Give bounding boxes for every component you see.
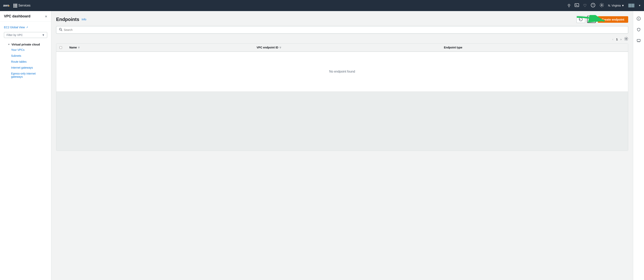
- services-label: Services: [18, 4, 30, 7]
- header-actions: Create endpoint: [576, 16, 628, 23]
- grid-icon: [14, 4, 17, 8]
- filter-placeholder: Filter by VPC: [6, 34, 23, 37]
- column-vpc-endpoint-id-label: VPC endpoint ID: [256, 46, 278, 49]
- name-sort-icon: ▽: [78, 47, 80, 49]
- filter-by-vpc-select[interactable]: Filter by VPC ▼: [4, 32, 47, 38]
- table-settings-button[interactable]: [624, 37, 628, 42]
- sidebar-title: VPC dashboard: [4, 14, 30, 18]
- table-controls: ‹ 1 ›: [56, 37, 628, 42]
- top-navigation: aws Services ⚲ ♡ ? N. Virginia ▼ ▼: [0, 0, 644, 11]
- create-endpoint-button[interactable]: Create endpoint: [598, 16, 628, 23]
- svg-text:?: ?: [592, 4, 594, 7]
- page-title-group: Endpoints Info: [56, 17, 86, 22]
- page-title: Endpoints: [56, 17, 79, 22]
- nav-icons: ⚲ ♡ ? N. Virginia ▼ ▼: [568, 3, 641, 9]
- gray-area: [56, 91, 628, 151]
- nav-group-vpc: ▼ Virtual private cloud Your VPCs Subnet…: [4, 42, 47, 80]
- sidebar-item-egress-only-gateways[interactable]: Egress-only internet gateways: [4, 71, 47, 80]
- column-header-vpc-endpoint-id[interactable]: VPC endpoint ID ▽: [254, 44, 441, 51]
- svg-line-10: [61, 30, 62, 31]
- info-link[interactable]: Info: [82, 18, 86, 21]
- vpc-group-chevron-icon: ▼: [8, 43, 10, 46]
- svg-point-14: [638, 18, 639, 18]
- info-panel-button[interactable]: [635, 15, 642, 22]
- aws-logo[interactable]: aws: [3, 3, 10, 8]
- column-header-endpoint-type: Endpoint type: [441, 44, 628, 51]
- region-label: N. Virginia: [608, 4, 621, 7]
- column-header-name[interactable]: Name ▽: [66, 44, 254, 51]
- chat-panel-button[interactable]: [635, 37, 642, 44]
- sidebar-section: EC2 Global View ↗ Filter by VPC ▼ ▼ Virt…: [0, 22, 51, 80]
- svg-point-5: [601, 5, 602, 6]
- prev-page-button[interactable]: ‹: [611, 37, 614, 42]
- help-icon[interactable]: ?: [591, 3, 596, 9]
- sidebar-header: VPC dashboard ×: [0, 14, 51, 22]
- ec2-global-view-label: EC2 Global View: [4, 26, 25, 29]
- actions-box[interactable]: [587, 16, 596, 23]
- vpc-group-header[interactable]: ▼ Virtual private cloud: [4, 42, 47, 47]
- column-endpoint-type-label: Endpoint type: [444, 46, 462, 49]
- svg-point-11: [626, 38, 627, 39]
- filter-chevron-icon: ▼: [42, 34, 45, 37]
- vpc-group-label: Virtual private cloud: [12, 43, 40, 46]
- next-page-button[interactable]: ›: [619, 37, 623, 42]
- settings-icon[interactable]: [599, 3, 604, 9]
- empty-message: No endpoint found: [329, 70, 355, 73]
- services-button[interactable]: Services: [14, 4, 30, 8]
- vpc-endpoint-id-sort-icon: ▽: [280, 47, 281, 49]
- shield-panel-button[interactable]: [635, 26, 642, 33]
- refresh-button[interactable]: [576, 16, 585, 23]
- bell-icon[interactable]: ♡: [583, 3, 587, 8]
- right-panel: [633, 11, 644, 280]
- sidebar-item-your-vpcs[interactable]: Your VPCs: [4, 47, 47, 53]
- sidebar-item-route-tables[interactable]: Route tables: [4, 59, 47, 65]
- region-button[interactable]: N. Virginia ▼: [608, 4, 624, 7]
- page-header: Endpoints Info Create endpoint: [56, 16, 628, 23]
- page-number: 1: [616, 38, 618, 41]
- endpoints-table: Name ▽ VPC endpoint ID ▽ Endpoint type N…: [56, 43, 628, 151]
- svg-rect-6: [628, 4, 631, 7]
- close-sidebar-button[interactable]: ×: [45, 15, 47, 18]
- region-chevron-icon: ▼: [622, 4, 624, 7]
- svg-text:aws: aws: [3, 4, 9, 7]
- main-content: Endpoints Info Create endpoint: [51, 11, 633, 280]
- select-all-checkbox-cell[interactable]: [56, 44, 66, 51]
- search-input[interactable]: [64, 28, 625, 32]
- search-icon: [59, 28, 62, 32]
- table-body: No endpoint found: [56, 52, 628, 91]
- svg-rect-15: [637, 39, 640, 42]
- svg-rect-7: [632, 4, 634, 7]
- external-link-icon: ↗: [26, 26, 28, 29]
- terminal-icon[interactable]: [574, 3, 579, 9]
- page-layout: VPC dashboard × EC2 Global View ↗ Filter…: [0, 11, 644, 280]
- sidebar-item-internet-gateways[interactable]: Internet gateways: [4, 65, 47, 71]
- select-all-checkbox[interactable]: [60, 46, 62, 49]
- search-bar: [56, 26, 628, 34]
- sidebar-item-subnets[interactable]: Subnets: [4, 53, 47, 59]
- sidebar: VPC dashboard × EC2 Global View ↗ Filter…: [0, 11, 51, 280]
- column-name-label: Name: [69, 46, 77, 49]
- ec2-global-view-link[interactable]: EC2 Global View ↗: [4, 25, 47, 30]
- search-icon[interactable]: ⚲: [568, 3, 570, 8]
- table-header: Name ▽ VPC endpoint ID ▽ Endpoint type: [56, 44, 628, 52]
- account-icon[interactable]: [628, 4, 634, 8]
- account-chevron-icon[interactable]: ▼: [638, 4, 641, 7]
